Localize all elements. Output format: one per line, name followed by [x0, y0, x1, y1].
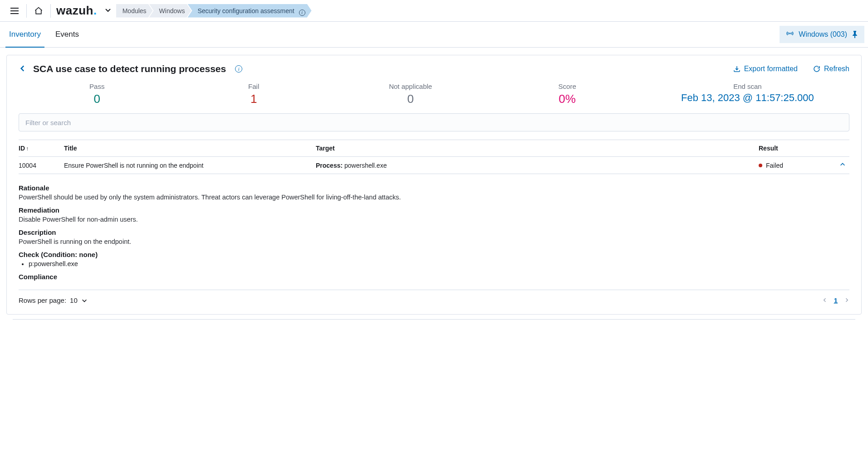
page-number[interactable]: 1 [834, 296, 838, 304]
status-dot-icon [759, 164, 762, 167]
export-label: Export formatted [744, 65, 798, 73]
target-label: Process: [316, 162, 343, 169]
breadcrumb-sca[interactable]: Security configuration assessment i [187, 4, 311, 18]
description-heading: Description [19, 228, 849, 236]
target-value: powershell.exe [344, 162, 387, 169]
chevron-left-icon [822, 297, 828, 303]
stat-not-applicable: Not applicable 0 [332, 82, 489, 106]
collapse-row-button[interactable] [839, 162, 846, 169]
divider [50, 4, 51, 18]
cell-target: Process: powershell.exe [316, 157, 759, 174]
prev-page-button[interactable] [822, 296, 828, 304]
row-detail: Rationale PowerShell should be used by o… [19, 174, 849, 290]
agent-label: Windows (003) [799, 30, 847, 39]
check-list: p:powershell.exe [29, 260, 849, 267]
sort-asc-icon: ↑ [26, 146, 29, 152]
stat-end-scan: End scan Feb 13, 2023 @ 11:57:25.000 [646, 82, 849, 106]
check-heading: Check (Condition: none) [19, 251, 849, 258]
stat-score: Score 0% [489, 82, 645, 106]
rows-per-page-value: 10 [70, 296, 78, 304]
stat-label: Fail [175, 82, 332, 90]
chevron-right-icon [844, 297, 849, 303]
breadcrumb-label: Security configuration assessment [197, 7, 294, 15]
app-switcher-button[interactable] [104, 6, 112, 15]
menu-button[interactable] [6, 3, 23, 19]
tab-inventory[interactable]: Inventory [8, 22, 42, 47]
chevron-left-icon [19, 64, 27, 73]
chevron-down-icon [81, 297, 88, 304]
page-title: SCA use case to detect running processes [33, 63, 226, 74]
stat-fail: Fail 1 [175, 82, 332, 106]
stat-value: 0 [332, 92, 489, 106]
divider [13, 319, 855, 320]
panel-header: SCA use case to detect running processes… [7, 55, 861, 78]
stats-row: Pass 0 Fail 1 Not applicable 0 Score 0% … [7, 78, 861, 113]
tab-row: Inventory Events Windows (003) [0, 22, 868, 48]
breadcrumb-label: Modules [123, 7, 147, 15]
stat-label: Pass [19, 82, 175, 90]
cell-result: Failed [759, 157, 831, 174]
breadcrumb-label: Windows [159, 7, 185, 15]
column-id[interactable]: ID↑ [19, 140, 64, 156]
stat-value: 0 [19, 92, 175, 106]
search-input[interactable] [19, 113, 849, 131]
chevron-up-icon [839, 161, 846, 168]
logo-dot: . [93, 4, 97, 18]
results-table: ID↑ Title Target Result 10004 Ensure Pow… [7, 140, 861, 174]
table-header: ID↑ Title Target Result [19, 140, 849, 157]
breadcrumb: Modules Windows Security configuration a… [116, 4, 312, 18]
column-target[interactable]: Target [316, 140, 759, 156]
download-icon [733, 65, 740, 73]
stat-value: Feb 13, 2023 @ 11:57:25.000 [646, 92, 849, 104]
rationale-heading: Rationale [19, 184, 849, 192]
svg-point-0 [790, 33, 790, 34]
refresh-icon [813, 65, 820, 73]
stat-value: 0% [489, 92, 645, 106]
rows-per-page-selector[interactable]: Rows per page: 10 [19, 296, 88, 304]
stat-label: End scan [646, 82, 849, 90]
export-button[interactable]: Export formatted [733, 65, 798, 73]
stat-value: 1 [175, 92, 332, 106]
column-expand [831, 144, 849, 153]
refresh-label: Refresh [824, 65, 849, 73]
pagination: 1 [822, 296, 849, 304]
table-footer: Rows per page: 10 1 [7, 290, 861, 314]
info-icon[interactable]: i [299, 10, 305, 16]
refresh-button[interactable]: Refresh [813, 65, 849, 73]
search-bar [7, 113, 861, 131]
stat-pass: Pass 0 [19, 82, 175, 106]
info-icon[interactable]: i [235, 65, 242, 73]
compliance-heading: Compliance [19, 273, 849, 281]
cell-title: Ensure PowerShell is not running on the … [64, 157, 316, 174]
column-result[interactable]: Result [759, 140, 831, 156]
column-title[interactable]: Title [64, 140, 316, 156]
pin-icon[interactable] [852, 31, 858, 38]
chevron-down-icon [104, 6, 112, 14]
home-button[interactable] [30, 3, 47, 19]
breadcrumb-modules[interactable]: Modules [116, 4, 153, 18]
table-row[interactable]: 10004 Ensure PowerShell is not running o… [19, 157, 849, 174]
rows-per-page-label: Rows per page: [19, 296, 66, 304]
next-page-button[interactable] [844, 296, 849, 304]
logo-text: wazuh [56, 4, 93, 18]
stat-label: Score [489, 82, 645, 90]
stat-label: Not applicable [332, 82, 489, 90]
home-icon [34, 6, 43, 15]
app-logo[interactable]: wazuh. [56, 4, 97, 18]
back-button[interactable] [19, 64, 27, 74]
description-text: PowerShell is running on the endpoint. [19, 238, 849, 245]
result-text: Failed [766, 162, 783, 169]
broadcast-icon [786, 30, 794, 39]
top-bar: wazuh. Modules Windows Security configur… [0, 0, 868, 22]
agent-badge[interactable]: Windows (003) [780, 26, 864, 43]
hamburger-icon [10, 8, 19, 14]
cell-id: 10004 [19, 157, 64, 174]
divider [26, 4, 27, 18]
rationale-text: PowerShell should be used by only the sy… [19, 194, 849, 201]
remediation-text: Disable PowerShell for non-admin users. [19, 216, 849, 223]
tab-events[interactable]: Events [54, 22, 80, 47]
sca-panel: SCA use case to detect running processes… [6, 55, 862, 315]
list-item: p:powershell.exe [29, 260, 849, 267]
tabs: Inventory Events [0, 22, 80, 47]
breadcrumb-windows[interactable]: Windows [149, 4, 191, 18]
